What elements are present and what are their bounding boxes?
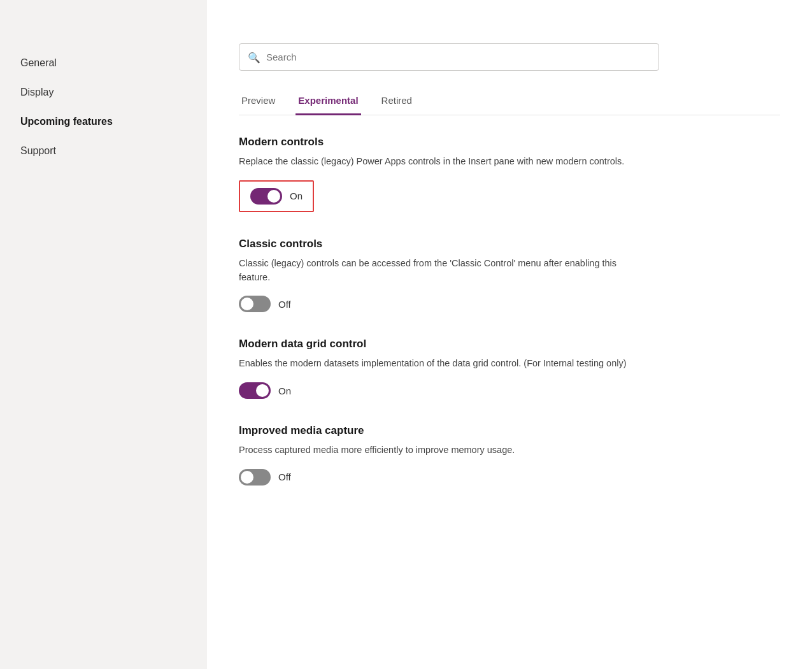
tab-preview[interactable]: Preview: [239, 89, 278, 115]
search-icon: 🔍: [248, 51, 260, 63]
toggle-classic-controls[interactable]: [239, 296, 271, 312]
feature-title-modern-controls: Modern controls: [239, 136, 780, 148]
feature-modern-data-grid: Modern data grid controlEnables the mode…: [239, 338, 780, 399]
toggle-label-modern-controls: On: [290, 191, 303, 201]
tab-experimental[interactable]: Experimental: [296, 89, 360, 115]
sidebar: GeneralDisplayUpcoming featuresSupport: [0, 0, 207, 669]
toggle-slider-modern-controls: [250, 188, 282, 205]
features-list: Modern controlsReplace the classic (lega…: [239, 136, 780, 486]
toggle-improved-media-capture[interactable]: [239, 469, 271, 486]
feature-improved-media-capture: Improved media captureProcess captured m…: [239, 424, 780, 486]
tabs: PreviewExperimentalRetired: [239, 89, 780, 115]
feature-title-classic-controls: Classic controls: [239, 238, 780, 250]
sidebar-nav: GeneralDisplayUpcoming featuresSupport: [0, 48, 207, 166]
toggle-label-classic-controls: Off: [278, 299, 291, 310]
toggle-row-improved-media-capture: Off: [239, 469, 780, 486]
toggle-row-modern-data-grid: On: [239, 382, 780, 399]
feature-desc-classic-controls: Classic (legacy) controls can be accesse…: [239, 257, 646, 285]
toggle-modern-controls[interactable]: [250, 188, 282, 205]
feature-title-improved-media-capture: Improved media capture: [239, 424, 780, 437]
feature-title-modern-data-grid: Modern data grid control: [239, 338, 780, 350]
toggle-label-improved-media-capture: Off: [278, 471, 291, 482]
feature-classic-controls: Classic controlsClassic (legacy) control…: [239, 238, 780, 313]
tab-retired[interactable]: Retired: [379, 89, 415, 115]
sidebar-item-upcoming-features[interactable]: Upcoming features: [0, 107, 207, 136]
main-content: 🔍 PreviewExperimentalRetired Modern cont…: [207, 0, 812, 669]
search-input[interactable]: [239, 43, 659, 71]
feature-modern-controls: Modern controlsReplace the classic (lega…: [239, 136, 780, 212]
sidebar-title: [0, 25, 207, 48]
toggle-slider-classic-controls: [239, 296, 271, 312]
search-container: 🔍: [239, 43, 659, 71]
toggle-slider-modern-data-grid: [239, 382, 271, 399]
toggle-modern-data-grid[interactable]: [239, 382, 271, 399]
toggle-slider-improved-media-capture: [239, 469, 271, 486]
highlight-box-modern-controls: On: [239, 180, 314, 212]
toggle-row-classic-controls: Off: [239, 296, 780, 312]
sidebar-item-support[interactable]: Support: [0, 136, 207, 166]
sidebar-item-display[interactable]: Display: [0, 78, 207, 107]
feature-desc-modern-data-grid: Enables the modern datasets implementati…: [239, 357, 646, 371]
toggle-label-modern-data-grid: On: [278, 385, 291, 396]
feature-desc-improved-media-capture: Process captured media more efficiently …: [239, 443, 646, 457]
sidebar-item-general[interactable]: General: [0, 48, 207, 78]
feature-desc-modern-controls: Replace the classic (legacy) Power Apps …: [239, 155, 646, 169]
